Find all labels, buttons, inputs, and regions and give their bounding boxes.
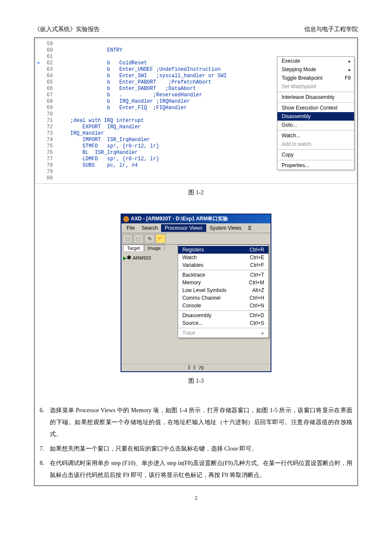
tree-node-label[interactable]: ARM920 bbox=[133, 255, 151, 260]
list-item-text: 在代码调试时采用单步 step (F10)、单步进入 step in(F8)及设… bbox=[50, 457, 352, 481]
tab-image[interactable]: Image bbox=[144, 245, 165, 251]
axd-tree[interactable]: ▶✱ ARM920 bbox=[123, 254, 151, 261]
menubar-item[interactable]: Processor Views bbox=[161, 224, 206, 232]
processor-menu-item: Trace▸ bbox=[178, 329, 268, 337]
processor-menu-item[interactable]: Source...Ctrl+S bbox=[178, 319, 268, 327]
processor-menu-item[interactable]: Low Level SymbolsAlt+Z bbox=[178, 286, 268, 294]
submenu-arrow-icon: ▸ bbox=[262, 330, 264, 336]
line-number: 67 bbox=[36, 92, 53, 98]
line-number: 72 bbox=[36, 124, 53, 130]
figure-caption-2: 图 1-3 bbox=[35, 377, 357, 385]
context-menu-item[interactable]: Watch... bbox=[277, 131, 354, 140]
editor-context-menu[interactable]: ExecuteStepping ModeToggle BreakpointF9S… bbox=[277, 56, 355, 170]
processor-menu-item[interactable]: MemoryCtrl+M bbox=[178, 279, 268, 286]
context-menu-item[interactable]: Properties... bbox=[277, 161, 354, 170]
processor-menu-item[interactable]: DisassemblyCtrl+D bbox=[178, 312, 268, 319]
axd-titlebar: AXD - [ARM920T - D:\Exp1 ARM串口实验 bbox=[121, 214, 271, 223]
line-number: 75 bbox=[36, 143, 53, 150]
list-item-number: 7. bbox=[40, 443, 50, 455]
header-left: 《嵌入式系统》实验报告 bbox=[34, 26, 100, 33]
pc-arrow-icon: ➔ bbox=[37, 60, 40, 66]
axd-toolbar[interactable]: ⬚ ⬚ ↻ 📂 bbox=[121, 233, 271, 245]
menu-separator bbox=[277, 92, 354, 92]
code-line[interactable] bbox=[58, 175, 356, 182]
axd-status-bar: 70 bbox=[121, 364, 271, 371]
axd-tabs[interactable]: Target Image bbox=[123, 245, 164, 251]
context-menu-item[interactable]: Copy bbox=[277, 150, 354, 159]
line-number: 68 bbox=[36, 98, 53, 105]
context-menu-item[interactable]: Interleave Disassembly bbox=[277, 93, 354, 101]
axd-window: AXD - [ARM920T - D:\Exp1 ARM串口实验 FileSea… bbox=[121, 214, 271, 372]
context-menu-item[interactable]: Disassembly bbox=[277, 112, 354, 121]
context-menu-item[interactable]: Execute bbox=[277, 57, 354, 65]
processor-views-menu[interactable]: RegistersCtrl+RWatchCtrl+EVariablesCtrl+… bbox=[178, 245, 269, 338]
code-line[interactable]: ENTRY bbox=[58, 47, 356, 54]
line-number: 64 bbox=[36, 73, 53, 79]
toolbar-button-reload[interactable]: ↻ bbox=[144, 234, 155, 243]
tree-arrow-icon: ▶ bbox=[123, 255, 127, 260]
list-item-number: 8. bbox=[40, 457, 50, 481]
processor-menu-item[interactable]: ConsoleCtrl+N bbox=[178, 302, 268, 309]
processor-menu-item[interactable]: WatchCtrl+E bbox=[178, 254, 268, 261]
processor-menu-item[interactable]: VariablesCtrl+F bbox=[178, 261, 268, 269]
line-number: 59 bbox=[36, 41, 53, 47]
line-number: 66 bbox=[36, 86, 53, 92]
list-item-text: 如果想关闭某一个窗口，只要在相应的窗口中点击鼠标右键，选择 Close 即可。 bbox=[50, 443, 352, 455]
toolbar-button-1[interactable]: ⬚ bbox=[122, 234, 133, 243]
line-number: 69 bbox=[36, 105, 53, 111]
menu-separator bbox=[277, 149, 354, 150]
page-number: 2 bbox=[34, 494, 358, 501]
tab-target[interactable]: Target bbox=[123, 245, 144, 251]
numbered-list: 6.选择菜单 Processor Views 中的 Memory 项，如图 1-… bbox=[35, 398, 357, 486]
context-menu-item[interactable]: Stepping Mode bbox=[277, 65, 354, 74]
header-right: 信息与电子工程学院 bbox=[304, 26, 358, 33]
line-number: 65 bbox=[36, 79, 53, 86]
context-menu-item[interactable]: Show Execution Context bbox=[277, 104, 354, 112]
axd-icon bbox=[123, 216, 129, 222]
axd-title-text: AXD - [ARM920T - D:\Exp1 ARM串口实验 bbox=[131, 215, 228, 223]
line-number: 74 bbox=[36, 137, 53, 143]
line-number: 73 bbox=[36, 130, 53, 137]
line-number: 60 bbox=[36, 47, 53, 54]
step-value: 70 bbox=[199, 365, 204, 370]
axd-body: Target Image ▶✱ ARM920 RegistersCtrl+RWa… bbox=[121, 245, 271, 364]
line-number: 79 bbox=[36, 169, 53, 175]
menubar-item[interactable]: File bbox=[123, 224, 138, 232]
list-item-number: 6. bbox=[40, 405, 50, 440]
submenu-arrow-icon bbox=[349, 58, 351, 64]
line-number: 77 bbox=[36, 156, 53, 162]
list-item-text: 选择菜单 Processor Views 中的 Memory 项，如图 1-4 … bbox=[50, 405, 352, 440]
processor-menu-item[interactable]: BacktraceCtrl+T bbox=[178, 271, 268, 279]
context-menu-item: Set Watchpoint bbox=[277, 82, 354, 91]
content-frame: 59606162➔6364656667686970717273747576777… bbox=[34, 38, 358, 486]
context-menu-item[interactable]: Toggle BreakpointF9 bbox=[277, 74, 354, 82]
menu-separator bbox=[277, 130, 354, 130]
line-number: 63 bbox=[36, 66, 53, 73]
line-number: 80 bbox=[36, 175, 53, 182]
menubar-item[interactable]: E bbox=[245, 224, 255, 232]
context-menu-item: Add to watch bbox=[277, 140, 354, 148]
line-number: 61 bbox=[36, 54, 53, 60]
processor-menu-item[interactable]: RegistersCtrl+R bbox=[178, 246, 268, 254]
list-item: 6.选择菜单 Processor Views 中的 Memory 项，如图 1-… bbox=[40, 405, 352, 440]
line-number-gutter: 59606162➔6364656667686970717273747576777… bbox=[36, 39, 55, 183]
code-editor-panel: 59606162➔6364656667686970717273747576777… bbox=[35, 39, 357, 184]
menu-separator bbox=[277, 102, 354, 103]
list-item: 8.在代码调试时采用单步 step (F10)、单步进入 step in(F8)… bbox=[40, 457, 352, 481]
line-number: 70 bbox=[36, 111, 53, 118]
line-number: 78 bbox=[36, 162, 53, 169]
menubar-item[interactable]: System Views bbox=[206, 224, 245, 232]
toolbar-button-2[interactable]: ⬚ bbox=[133, 234, 144, 243]
code-line[interactable] bbox=[58, 41, 356, 47]
submenu-arrow-icon bbox=[349, 66, 351, 72]
processor-menu-item[interactable]: Comms ChannelCtrl+H bbox=[178, 294, 268, 302]
axd-menubar[interactable]: FileSearchProcessor ViewsSystem ViewsE bbox=[121, 223, 271, 233]
menubar-item[interactable]: Search bbox=[138, 224, 161, 232]
menu-separator bbox=[277, 160, 354, 160]
list-item: 7.如果想关闭某一个窗口，只要在相应的窗口中点击鼠标右键，选择 Close 即可… bbox=[40, 443, 352, 455]
figure-caption-1: 图 1-2 bbox=[35, 189, 357, 197]
menu-separator bbox=[178, 270, 268, 270]
toolbar-button-open[interactable]: 📂 bbox=[156, 234, 166, 243]
context-menu-item[interactable]: Goto... bbox=[277, 121, 354, 129]
tree-break-icon: ✱ bbox=[127, 254, 132, 261]
